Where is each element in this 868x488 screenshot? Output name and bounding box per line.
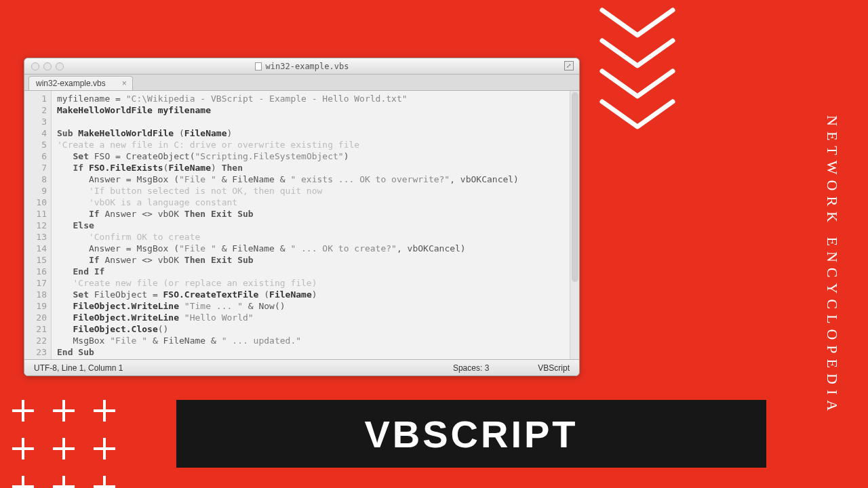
tab-label: win32-example.vbs <box>36 79 106 88</box>
minimize-icon[interactable] <box>43 62 52 70</box>
line-number: 4 <box>24 127 47 139</box>
line-number-gutter: 1234567891011121314151617181920212223 <box>24 91 52 359</box>
line-number: 17 <box>24 277 47 289</box>
maximize-icon[interactable]: ⤢ <box>564 61 574 70</box>
line-number: 11 <box>24 208 47 220</box>
line-number: 2 <box>24 104 47 116</box>
code-line[interactable]: 'vbOK is a language constant <box>57 197 570 208</box>
status-language[interactable]: VBScript <box>538 363 570 373</box>
line-number: 18 <box>24 289 47 300</box>
line-number: 5 <box>24 139 47 150</box>
code-line[interactable]: myfilename = "C:\Wikipedia - VBScript - … <box>57 93 570 104</box>
window-title: win32-example.vbs <box>24 62 579 71</box>
code-line[interactable]: MsgBox "File " & FileName & " ... update… <box>57 335 570 346</box>
chevron-stack-icon <box>590 7 685 132</box>
code-line[interactable]: End If <box>57 266 570 277</box>
tab-file[interactable]: win32-example.vbs × <box>28 76 133 90</box>
line-number: 15 <box>24 254 47 266</box>
code-content[interactable]: myfilename = "C:\Wikipedia - VBScript - … <box>52 91 570 359</box>
code-line[interactable]: MakeHelloWorldFile myfilename <box>57 104 570 116</box>
code-line[interactable]: If FSO.FileExists(FileName) Then <box>57 162 570 174</box>
code-line[interactable]: 'Confirm OK to create <box>57 231 570 243</box>
line-number: 20 <box>24 312 47 323</box>
side-label: NETWORK ENCYCLOPEDIA <box>823 115 841 416</box>
line-number: 19 <box>24 300 47 312</box>
line-number: 1 <box>24 93 47 104</box>
line-number: 21 <box>24 323 47 335</box>
line-number: 3 <box>24 116 47 127</box>
code-line[interactable]: 'Create a new file in C: drive or overwr… <box>57 139 570 150</box>
line-number: 12 <box>24 220 47 231</box>
line-number: 13 <box>24 231 47 243</box>
line-number: 9 <box>24 185 47 197</box>
line-number: 22 <box>24 335 47 346</box>
window-title-text: win32-example.vbs <box>266 62 349 71</box>
line-number: 10 <box>24 197 47 208</box>
scrollbar-thumb[interactable] <box>572 92 578 282</box>
code-line[interactable]: Set FSO = CreateObject("Scripting.FileSy… <box>57 150 570 162</box>
titlebar[interactable]: win32-example.vbs ⤢ <box>24 58 579 75</box>
line-number: 7 <box>24 162 47 174</box>
banner-text: VBSCRIPT <box>364 412 578 456</box>
code-line[interactable] <box>57 116 570 127</box>
code-line[interactable]: Else <box>57 220 570 231</box>
window-controls <box>31 62 64 70</box>
code-line[interactable]: 'If button selected is not OK, then quit… <box>57 185 570 197</box>
line-number: 14 <box>24 243 47 254</box>
tab-bar: win32-example.vbs × <box>24 75 579 91</box>
status-indent[interactable]: Spaces: 3 <box>453 363 489 373</box>
code-line[interactable]: FileObject.WriteLine "Hello World" <box>57 312 570 323</box>
vertical-scrollbar[interactable] <box>570 91 579 359</box>
code-line[interactable]: If Answer <> vbOK Then Exit Sub <box>57 254 570 266</box>
status-bar: UTF-8, Line 1, Column 1 Spaces: 3 VBScri… <box>24 359 579 375</box>
code-line[interactable]: If Answer <> vbOK Then Exit Sub <box>57 208 570 220</box>
zoom-icon[interactable] <box>56 62 64 70</box>
close-icon[interactable] <box>31 62 39 70</box>
close-tab-icon[interactable]: × <box>122 79 127 88</box>
editor-window: win32-example.vbs ⤢ win32-example.vbs × … <box>24 58 580 376</box>
document-icon <box>255 62 262 70</box>
code-line[interactable]: End Sub <box>57 346 570 358</box>
code-line[interactable]: Answer = MsgBox ("File " & FileName & " … <box>57 174 570 185</box>
title-banner: VBSCRIPT <box>176 400 766 468</box>
code-line[interactable]: FileObject.Close() <box>57 323 570 335</box>
code-line[interactable]: Set FileObject = FSO.CreateTextFile (Fil… <box>57 289 570 300</box>
line-number: 8 <box>24 174 47 185</box>
code-line[interactable]: Sub MakeHelloWorldFile (FileName) <box>57 127 570 139</box>
code-line[interactable]: Answer = MsgBox ("File " & FileName & " … <box>57 243 570 254</box>
code-line[interactable]: FileObject.WriteLine "Time ... " & Now() <box>57 300 570 312</box>
line-number: 6 <box>24 150 47 162</box>
code-area: 1234567891011121314151617181920212223 my… <box>24 91 579 359</box>
line-number: 16 <box>24 266 47 277</box>
status-encoding-pos[interactable]: UTF-8, Line 1, Column 1 <box>34 363 123 373</box>
line-number: 23 <box>24 346 47 358</box>
plus-grid-icon <box>12 400 121 488</box>
code-line[interactable]: 'Create new file (or replace an existing… <box>57 277 570 289</box>
